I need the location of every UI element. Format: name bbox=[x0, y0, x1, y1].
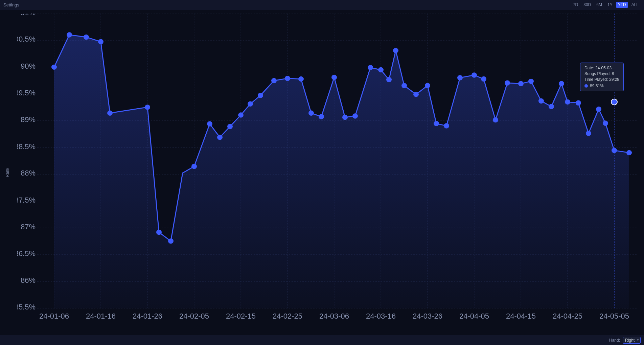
svg-point-67 bbox=[285, 76, 290, 81]
svg-text:24-05-05: 24-05-05 bbox=[599, 312, 629, 321]
app: Settings 7D 30D 6M 1Y YTD ALL Rank bbox=[0, 0, 644, 345]
svg-point-88 bbox=[519, 81, 523, 86]
btn-6m[interactable]: 6M bbox=[594, 2, 604, 8]
footer: Hand: Left Right bbox=[0, 335, 644, 345]
svg-point-79 bbox=[414, 92, 418, 97]
svg-point-86 bbox=[493, 118, 498, 122]
svg-text:24-03-06: 24-03-06 bbox=[319, 312, 349, 321]
svg-text:89%: 89% bbox=[21, 116, 36, 124]
svg-point-55 bbox=[108, 111, 112, 116]
btn-1y[interactable]: 1Y bbox=[605, 2, 615, 8]
svg-point-95 bbox=[586, 131, 591, 136]
svg-point-56 bbox=[145, 105, 150, 110]
svg-point-99 bbox=[627, 151, 631, 155]
svg-point-76 bbox=[387, 77, 391, 82]
svg-point-74 bbox=[368, 65, 373, 70]
svg-point-70 bbox=[319, 114, 324, 119]
hand-select-wrapper[interactable]: Left Right bbox=[623, 337, 641, 344]
chart-area: Rank bbox=[0, 10, 644, 335]
btn-ytd[interactable]: YTD bbox=[616, 2, 628, 8]
svg-text:89.5%: 89.5% bbox=[17, 89, 36, 97]
svg-point-96 bbox=[596, 107, 601, 112]
svg-text:88%: 88% bbox=[21, 169, 36, 178]
svg-text:24-02-05: 24-02-05 bbox=[179, 312, 209, 321]
svg-text:24-01-16: 24-01-16 bbox=[86, 312, 116, 321]
svg-point-83 bbox=[458, 75, 462, 80]
settings-title: Settings bbox=[3, 2, 19, 7]
svg-point-69 bbox=[309, 111, 314, 116]
svg-text:24-04-15: 24-04-15 bbox=[506, 312, 536, 321]
y-axis-label: Rank bbox=[5, 168, 10, 177]
svg-point-60 bbox=[207, 121, 212, 126]
svg-text:91%: 91% bbox=[21, 14, 36, 17]
btn-7d[interactable]: 7D bbox=[571, 2, 580, 8]
svg-text:87%: 87% bbox=[21, 223, 36, 231]
svg-text:86%: 86% bbox=[21, 276, 36, 284]
svg-point-89 bbox=[529, 79, 533, 84]
svg-text:24-02-15: 24-02-15 bbox=[226, 312, 256, 321]
svg-point-62 bbox=[228, 124, 232, 129]
header: Settings bbox=[0, 0, 644, 10]
chart-svg: 91% 90.5% 90% 89.5% 89% 88.5% 88% 87.5% … bbox=[17, 14, 637, 321]
svg-point-73 bbox=[353, 114, 358, 118]
svg-point-59 bbox=[192, 164, 197, 169]
svg-point-92 bbox=[559, 81, 564, 86]
svg-point-65 bbox=[258, 93, 263, 98]
svg-text:24-03-26: 24-03-26 bbox=[413, 312, 442, 321]
svg-point-87 bbox=[505, 80, 510, 85]
svg-point-57 bbox=[157, 230, 161, 235]
svg-point-91 bbox=[549, 104, 554, 109]
svg-point-58 bbox=[168, 239, 173, 244]
svg-marker-50 bbox=[54, 35, 629, 308]
svg-point-51 bbox=[52, 65, 56, 70]
svg-point-71 bbox=[332, 75, 337, 80]
svg-point-101 bbox=[611, 99, 617, 105]
hand-label: Hand: bbox=[609, 338, 620, 343]
svg-point-93 bbox=[565, 100, 570, 105]
svg-text:90.5%: 90.5% bbox=[17, 35, 36, 44]
svg-point-63 bbox=[238, 113, 243, 117]
svg-point-81 bbox=[434, 121, 439, 126]
hand-select[interactable]: Left Right bbox=[623, 337, 641, 344]
svg-point-68 bbox=[299, 77, 303, 82]
chart-inner: 91% 90.5% 90% 89.5% 89% 88.5% 88% 87.5% … bbox=[17, 14, 637, 321]
svg-point-84 bbox=[472, 73, 477, 77]
svg-text:86.5%: 86.5% bbox=[17, 250, 36, 258]
svg-point-85 bbox=[481, 77, 486, 82]
svg-text:24-01-06: 24-01-06 bbox=[39, 312, 69, 321]
svg-text:85.5%: 85.5% bbox=[17, 303, 36, 311]
svg-point-75 bbox=[378, 68, 383, 72]
svg-point-90 bbox=[539, 99, 544, 104]
btn-30d[interactable]: 30D bbox=[581, 2, 593, 8]
time-range-buttons: 7D 30D 6M 1Y YTD ALL bbox=[571, 2, 641, 8]
svg-point-66 bbox=[272, 78, 276, 83]
svg-point-53 bbox=[84, 35, 89, 40]
svg-point-80 bbox=[425, 83, 430, 88]
svg-point-77 bbox=[393, 48, 398, 53]
svg-point-94 bbox=[576, 101, 581, 106]
svg-point-61 bbox=[217, 135, 222, 140]
svg-text:24-01-26: 24-01-26 bbox=[133, 312, 162, 321]
svg-text:24-03-16: 24-03-16 bbox=[366, 312, 396, 321]
svg-point-97 bbox=[603, 121, 608, 126]
svg-text:24-04-05: 24-04-05 bbox=[459, 312, 489, 321]
svg-point-82 bbox=[444, 123, 449, 128]
svg-point-64 bbox=[248, 101, 253, 106]
svg-text:87.5%: 87.5% bbox=[17, 196, 36, 204]
svg-text:88.5%: 88.5% bbox=[17, 142, 36, 151]
btn-all[interactable]: ALL bbox=[629, 2, 641, 8]
svg-text:24-04-25: 24-04-25 bbox=[553, 312, 582, 321]
svg-point-78 bbox=[402, 83, 407, 88]
svg-point-54 bbox=[98, 39, 103, 44]
svg-text:24-02-25: 24-02-25 bbox=[273, 312, 302, 321]
svg-point-52 bbox=[67, 32, 72, 37]
svg-text:90%: 90% bbox=[21, 62, 36, 70]
svg-point-72 bbox=[343, 115, 347, 120]
